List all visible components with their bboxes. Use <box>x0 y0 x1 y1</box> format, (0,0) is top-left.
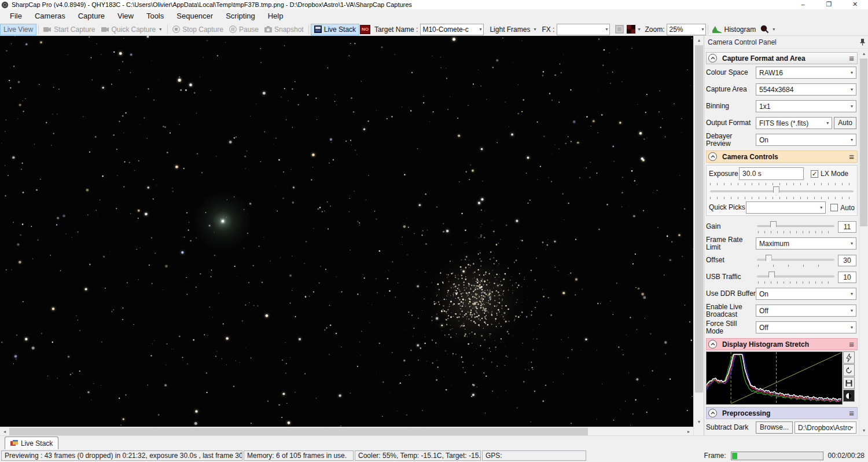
menu-sequencer[interactable]: Sequencer <box>170 9 219 23</box>
video-camera-icon <box>101 27 109 32</box>
scroll-down-icon[interactable]: ▾ <box>694 417 704 427</box>
section-preprocessing[interactable]: Preprocessing ≡ <box>706 407 858 419</box>
magnifier-icon[interactable] <box>760 25 769 34</box>
menu-scripting[interactable]: Scripting <box>219 9 262 23</box>
sharpcap-window: SharpCap Pro (v4.0.8949) - QHY183C - C:\… <box>0 0 868 462</box>
start-capture-button[interactable]: Start Capture <box>41 24 98 35</box>
menu-icon[interactable]: ≡ <box>849 56 854 61</box>
capture-area-select[interactable]: 5544x3684▾ <box>756 83 856 96</box>
quick-capture-button[interactable]: Quick Capture ▾ <box>98 24 166 35</box>
exposure-input[interactable]: 30.0 s <box>739 167 804 180</box>
dark-frame-button[interactable] <box>625 24 637 35</box>
panel-scroll-thumb[interactable] <box>860 58 867 226</box>
frame-rate-select[interactable]: Maximum▾ <box>756 237 856 250</box>
snapshot-button[interactable]: Snapshot <box>262 24 307 35</box>
collapse-icon[interactable] <box>708 340 717 349</box>
tab-live-stack[interactable]: Live Stack <box>5 437 58 449</box>
menu-icon[interactable]: ≡ <box>849 342 854 347</box>
debayer-preview-select[interactable]: On▾ <box>756 134 856 146</box>
menu-help[interactable]: Help <box>262 9 290 23</box>
horizontal-scrollbar[interactable]: ◂ ▸ <box>0 427 693 435</box>
live-view-button[interactable]: Live View <box>0 24 36 35</box>
usb-traffic-slider[interactable] <box>756 271 836 281</box>
auto-stretch-button[interactable] <box>843 351 855 364</box>
reset-stretch-button[interactable] <box>843 364 855 376</box>
video-camera-icon <box>43 27 52 32</box>
exposure-slider[interactable] <box>709 186 855 196</box>
panel-scrollbar[interactable]: ▴ ▾ <box>859 49 868 435</box>
slider-thumb[interactable] <box>770 221 777 230</box>
menu-cameras[interactable]: Cameras <box>28 9 72 23</box>
scroll-right-icon[interactable]: ▸ <box>684 427 693 436</box>
menu-icon[interactable]: ≡ <box>849 410 854 416</box>
output-format-select[interactable]: FITS files (*.fits)▾ <box>756 117 832 129</box>
force-still-select[interactable]: Off▾ <box>756 321 856 333</box>
window-title: SharpCap Pro (v4.0.8949) - QHY183C - C:\… <box>12 1 412 8</box>
colour-space-select[interactable]: RAW16▾ <box>756 67 856 79</box>
slider-thumb[interactable] <box>773 186 779 196</box>
gain-slider[interactable] <box>756 221 836 231</box>
chevron-down-icon: ▾ <box>851 325 853 330</box>
section-camera-controls[interactable]: Camera Controls ≡ <box>706 151 858 163</box>
scroll-left-icon[interactable]: ◂ <box>0 427 9 436</box>
scroll-up-icon[interactable]: ▴ <box>859 49 868 58</box>
menu-file[interactable]: File <box>3 9 28 23</box>
menu-tools[interactable]: Tools <box>140 9 170 23</box>
image-viewport[interactable]: ◂ ▸ ▴ ▾ <box>0 36 704 435</box>
live-stack-button[interactable]: Live Stack <box>311 24 359 35</box>
slider-thumb[interactable] <box>766 255 772 264</box>
chevron-down-icon[interactable]: ▾ <box>638 27 640 32</box>
section-capture-format[interactable]: Capture Format and Area ≡ <box>706 52 858 64</box>
scroll-down-icon[interactable]: ▾ <box>859 426 868 435</box>
gain-value[interactable]: 11 <box>838 221 856 233</box>
save-stretch-button[interactable] <box>843 377 855 389</box>
offset-slider[interactable] <box>756 254 836 265</box>
usb-traffic-value[interactable]: 10 <box>838 272 856 283</box>
chevron-down-icon: ▾ <box>159 27 161 32</box>
collapse-icon[interactable] <box>708 152 717 161</box>
histogram-toolbar-label[interactable]: Histogram <box>724 25 756 34</box>
exposure-group: Exposure 30.0 s ✓ LX Mode Quick Picks ▾ <box>706 165 858 216</box>
chevron-down-icon: ▾ <box>826 120 829 126</box>
selection-area-button[interactable] <box>613 24 625 35</box>
notification-icon[interactable]: NO <box>359 24 371 35</box>
vertical-scroll-thumb[interactable] <box>695 45 703 393</box>
chevron-down-icon[interactable]: ▾ <box>773 27 775 32</box>
dark-path-select[interactable]: D:\Dropbox\Astro\...▾ <box>795 421 856 434</box>
pause-button[interactable]: Pause <box>226 24 262 35</box>
auto-exposure-checkbox[interactable] <box>830 204 838 211</box>
section-histogram-stretch[interactable]: Display Histogram Stretch ≡ <box>706 338 858 350</box>
scroll-up-icon[interactable]: ▴ <box>694 36 704 45</box>
vertical-scrollbar[interactable]: ▴ ▾ <box>693 36 704 435</box>
frame-type-value: Light Frames <box>490 25 530 34</box>
live-broadcast-select[interactable]: Off▾ <box>756 305 856 317</box>
ddr-buffer-select[interactable]: On▾ <box>756 288 856 300</box>
collapse-icon[interactable] <box>708 54 717 63</box>
auto-button[interactable]: Auto <box>834 117 856 129</box>
histogram-stretch-display[interactable] <box>706 351 843 405</box>
horizontal-scroll-thumb[interactable] <box>9 428 588 435</box>
frame-type-select[interactable]: Light Frames ▾ <box>487 24 538 35</box>
lx-mode-checkbox[interactable]: ✓ <box>811 170 818 178</box>
field-label: Binning <box>706 102 756 110</box>
pin-icon[interactable] <box>859 38 866 46</box>
slider-thumb[interactable] <box>768 272 775 281</box>
menu-capture[interactable]: Capture <box>72 9 111 23</box>
collapse-icon[interactable] <box>708 409 717 417</box>
close-button[interactable]: ✕ <box>842 0 868 9</box>
offset-value[interactable]: 30 <box>838 255 856 266</box>
menu-view[interactable]: View <box>111 9 140 23</box>
contrast-button[interactable] <box>843 390 855 402</box>
minimize-button[interactable]: – <box>790 0 816 9</box>
target-name-select[interactable]: M10-Comete-c ▾ <box>420 24 484 35</box>
sky-image[interactable] <box>0 36 693 427</box>
stop-capture-button[interactable]: Stop Capture <box>170 24 226 35</box>
browse-button[interactable]: Browse... <box>756 421 793 434</box>
menu-icon[interactable]: ≡ <box>849 154 854 160</box>
lightning-icon <box>846 354 852 362</box>
fx-select[interactable]: ▾ <box>557 24 610 35</box>
quick-picks-select[interactable]: ▾ <box>746 201 826 214</box>
zoom-select[interactable]: 25% ▾ <box>667 24 706 35</box>
restore-button[interactable]: ❐ <box>816 0 842 9</box>
binning-select[interactable]: 1x1▾ <box>756 100 856 112</box>
